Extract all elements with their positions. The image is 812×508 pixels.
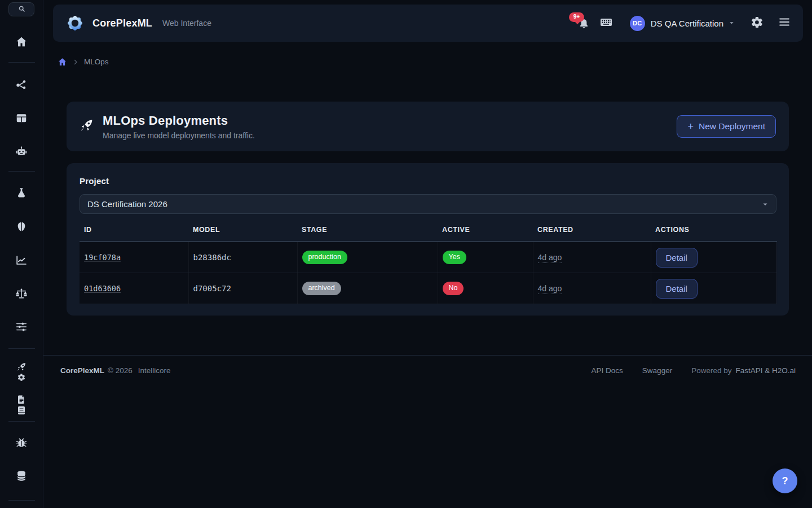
sidebar-item-data-store[interactable] [15,470,28,482]
keyboard-shortcuts-button[interactable] [599,15,613,31]
sidebar-item-datasets[interactable] [15,112,28,124]
sidebar-divider [8,348,35,349]
sidebar-search-button[interactable] [8,2,34,16]
sidebar-item-models[interactable] [15,221,28,233]
sidebar-item-pipelines[interactable] [15,78,28,91]
deployment-id-link[interactable]: 01d63606 [84,284,121,293]
deployments-table: ID MODEL STAGE ACTIVE CREATED ACTIONS 19… [80,226,777,304]
footer: CorePlexML © 2026 Intellicore API Docs S… [43,355,812,375]
footer-swagger-link[interactable]: Swagger [642,366,672,375]
sidebar-item-metrics[interactable] [15,254,28,266]
app-subtitle: Web Interface [162,19,211,28]
sidebar-divider [8,62,35,63]
app-logo [65,14,85,33]
project-card: Project DS Certification 2026 ID MODEL S… [67,163,789,316]
sidebar-item-experiments[interactable] [15,187,28,199]
table-icon [15,112,28,124]
user-avatar[interactable]: DC [630,16,645,31]
table-row: 01d63606 d7005c72 archived No 4d ago Det… [80,273,776,304]
share-nodes-icon [15,78,28,91]
page-title: MLOps Deployments [103,113,255,128]
hamburger-menu-button[interactable] [778,16,791,30]
sidebar-divider [8,500,35,501]
sidebar-item-home[interactable] [15,36,28,48]
detail-button[interactable]: Detail [656,279,698,299]
settings-gear-button[interactable] [751,16,764,31]
footer-copyright: © 2026 [108,366,133,375]
gear-small-icon [17,373,26,382]
table-header-row: ID MODEL STAGE ACTIVE CREATED ACTIONS [80,226,776,242]
chart-line-icon [15,254,28,266]
footer-powered-by: Powered by [691,366,731,375]
notification-count-badge: 9+ [569,12,584,22]
chevron-down-icon[interactable] [729,18,735,28]
home-icon [15,36,28,48]
footer-tech-link[interactable]: FastAPI & H2O.ai [735,366,796,375]
column-header-stage: STAGE [297,226,438,242]
database-icon [15,470,28,482]
page-subtitle: Manage live model deployments and traffi… [103,131,255,140]
column-header-model: MODEL [188,226,297,242]
stage-badge: production [302,251,347,264]
new-deployment-label: New Deployment [699,121,765,132]
help-button[interactable]: ? [773,468,797,493]
column-header-actions: ACTIONS [651,226,776,242]
flask-icon [15,187,28,199]
user-menu-label[interactable]: DS QA Certification [651,19,723,28]
breadcrumb-current: MLOps [84,58,109,66]
rocket-icon [80,119,94,135]
top-header: CorePlexML Web Interface 9+ DC DS QA Cer… [53,5,803,42]
sidebar-item-debug[interactable] [15,437,28,449]
sidebar-item-settings-small[interactable] [17,373,26,382]
project-select-value: DS Certification 2026 [87,199,167,209]
notifications-button[interactable]: 9+ [577,16,592,30]
sidebar-item-automl[interactable] [15,145,28,157]
scale-balance-icon [15,287,28,300]
detail-button[interactable]: Detail [656,248,698,268]
robot-icon [15,145,28,157]
created-timestamp: 4d ago [538,253,562,263]
project-select[interactable]: DS Certification 2026 [80,194,776,214]
sidebar [0,0,43,508]
brain-icon [15,221,28,233]
bug-icon [15,437,28,449]
deployments-header-card: MLOps Deployments Manage live model depl… [67,102,789,151]
stage-badge: archived [302,282,341,295]
sidebar-item-guide[interactable] [16,405,27,415]
footer-company-link[interactable]: Intellicore [138,366,171,375]
breadcrumb: MLOps [58,57,109,67]
project-label: Project [80,176,776,186]
active-badge: Yes [443,251,466,264]
book-icon [16,405,27,415]
active-badge: No [443,282,464,295]
column-header-id: ID [80,226,188,242]
sidebar-divider [8,171,35,172]
model-cell: b28386dc [188,242,297,273]
rocket-icon [16,362,27,372]
sidebar-item-evaluation[interactable] [15,287,28,300]
app-title: CorePlexML [92,17,152,29]
sidebar-divider [8,421,35,422]
app-root: CorePlexML Web Interface 9+ DC DS QA Cer… [0,0,812,508]
breadcrumb-home-icon[interactable] [58,57,67,67]
column-header-created: CREATED [533,226,651,242]
footer-api-docs-link[interactable]: API Docs [592,366,623,375]
deployment-id-link[interactable]: 19cf078a [84,253,121,262]
model-cell: d7005c72 [188,273,297,304]
new-deployment-button[interactable]: + New Deployment [677,115,776,138]
sliders-icon [15,321,28,333]
column-header-active: ACTIVE [438,226,533,242]
chevron-right-icon [72,59,79,65]
created-timestamp: 4d ago [538,284,562,294]
file-text-icon [16,395,27,405]
footer-brand: CorePlexML [60,366,104,375]
search-icon [18,5,25,15]
sidebar-item-mlops[interactable] [16,362,27,372]
table-row: 19cf078a b28386dc production Yes 4d ago … [80,242,776,273]
plus-icon: + [687,121,694,132]
select-chevron-down-icon [762,201,769,208]
sidebar-item-docs[interactable] [16,395,27,405]
sidebar-item-tuning[interactable] [15,321,28,333]
